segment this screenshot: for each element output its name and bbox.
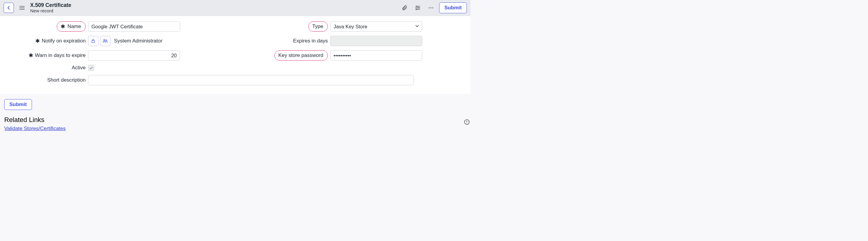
type-label: Type [312,24,323,30]
name-label-circled: ✱ Name [57,22,86,32]
notify-label: Notify on expiration [42,38,86,44]
field-name: ✱ Name [4,22,180,32]
svg-point-13 [104,39,105,41]
warn-input[interactable] [88,50,180,61]
related-links-title: Related Links [4,116,466,124]
warn-label: Warn in days to expire [35,53,86,59]
menu-button[interactable] [17,3,27,13]
name-label: Name [67,24,81,30]
svg-point-10 [431,7,432,8]
svg-point-9 [429,7,430,8]
svg-point-4 [416,6,417,7]
name-input[interactable] [88,22,180,32]
field-warn: ✱ Warn in days to expire [4,50,180,61]
sliders-icon [415,5,421,11]
type-select[interactable]: Java Key Store [330,22,422,32]
validate-stores-link[interactable]: Validate Stores/Certificates [4,126,66,132]
svg-point-17 [467,123,467,124]
short-description-input[interactable] [88,75,414,85]
active-checkbox[interactable] [88,65,94,71]
notify-value: System Administrator [112,38,164,44]
header-bar: X.509 Certificate New record Submit [0,0,470,16]
people-icon [102,38,108,44]
expires-label: Expires in days [293,38,328,44]
field-notify: ✱ Notify on expiration System Administra… [4,36,180,46]
check-icon [89,66,93,70]
footer-submit-button[interactable]: Submit [4,99,32,110]
more-button[interactable] [426,3,436,13]
select-user-button[interactable] [100,36,111,46]
page-title: X.509 Certificate [30,2,71,8]
field-expires: Expires in days [246,36,422,46]
page-subtitle: New record [30,8,71,13]
expires-input [330,36,422,46]
chevron-left-icon [6,5,11,10]
footer: Submit Related Links Validate Stores/Cer… [0,94,470,144]
alert-icon[interactable] [464,119,470,127]
paperclip-icon [401,5,407,11]
svg-point-14 [106,40,107,41]
menu-icon [19,6,25,10]
form: ✱ Name Type Java Key Store [0,16,470,94]
type-select-wrap: Java Key Store [330,22,422,32]
field-short-description: Short description [4,75,422,85]
field-type: Type Java Key Store [246,22,422,32]
keystore-password-label-circled: Key store password [275,50,328,61]
svg-rect-12 [92,41,94,42]
header-submit-button[interactable]: Submit [439,2,467,13]
keystore-password-label: Key store password [278,53,323,59]
short-description-label: Short description [47,77,86,83]
filter-button[interactable] [412,3,423,13]
svg-point-8 [416,9,417,10]
svg-point-6 [418,7,419,8]
keystore-password-input[interactable] [330,50,422,61]
unlock-button[interactable] [88,36,98,46]
back-button[interactable] [4,3,14,13]
type-label-circled: Type [308,22,328,32]
attachments-button[interactable] [399,3,409,13]
active-label: Active [72,65,86,71]
svg-point-11 [433,7,433,8]
lock-icon [91,39,96,43]
more-horizontal-icon [428,5,434,11]
field-active: Active [4,65,180,71]
field-keystore-password: Key store password [246,50,422,61]
page-title-group: X.509 Certificate New record [30,2,71,13]
